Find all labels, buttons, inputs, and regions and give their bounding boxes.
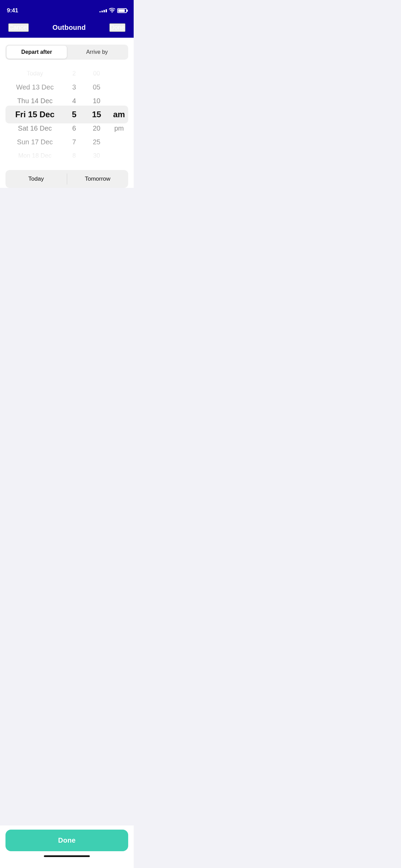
picker-hour-item: 8 — [63, 149, 85, 162]
nav-bar: Cancel Outbound Done — [0, 17, 134, 38]
picker-hour-item: 3 — [63, 80, 85, 94]
picker-minute-selected: 15 — [85, 108, 108, 121]
page-title: Outbound — [52, 24, 86, 32]
wifi-icon — [109, 8, 115, 14]
picker-hour-item: 6 — [63, 121, 85, 135]
battery-icon — [117, 8, 127, 13]
picker-date-item: Sat 16 Dec — [7, 121, 63, 135]
picker-date-item: Thu 14 Dec — [7, 94, 63, 108]
status-bar: 9:41 — [0, 0, 134, 17]
picker-date-item: Wed 13 Dec — [7, 80, 63, 94]
picker-date-item: Mon 18 Dec — [7, 149, 63, 162]
picker-columns: Today Wed 13 Dec Thu 14 Dec Fri 15 Dec S… — [0, 67, 134, 162]
main-content: Depart after Arrive by Today Wed 13 Dec … — [0, 38, 134, 188]
picker-date-item: Today — [7, 67, 63, 80]
segment-control: Depart after Arrive by — [5, 45, 128, 60]
nav-done-button[interactable]: Done — [109, 23, 125, 32]
picker-minute-item: 05 — [85, 80, 108, 94]
depart-after-tab[interactable]: Depart after — [7, 46, 67, 59]
picker-date-item: Sun 17 Dec — [7, 135, 63, 149]
picker-minute-item: 20 — [85, 121, 108, 135]
cancel-button[interactable]: Cancel — [8, 23, 29, 32]
picker-hour-item: 2 — [63, 67, 85, 80]
picker-minute-item: 25 — [85, 135, 108, 149]
signal-icon — [99, 9, 107, 12]
picker-ampm-selected: am — [108, 108, 130, 121]
tomorrow-button[interactable]: Tomorrow — [67, 170, 129, 188]
picker-hour-item: 7 — [63, 135, 85, 149]
status-time: 9:41 — [7, 7, 18, 14]
picker-ampm-item: pm — [108, 121, 130, 135]
picker-date-selected: Fri 15 Dec — [7, 108, 63, 121]
today-button[interactable]: Today — [5, 170, 67, 188]
hour-column[interactable]: 2 3 4 5 6 7 8 — [63, 67, 85, 162]
picker-hour-item: 4 — [63, 94, 85, 108]
picker-hour-selected: 5 — [63, 108, 85, 121]
arrive-by-tab[interactable]: Arrive by — [67, 46, 127, 59]
minute-column[interactable]: 00 05 10 15 20 25 30 — [85, 67, 108, 162]
picker-minute-item: 10 — [85, 94, 108, 108]
quick-select: Today Tomorrow — [5, 170, 128, 188]
picker-minute-item: 00 — [85, 67, 108, 80]
picker-container: Today Wed 13 Dec Thu 14 Dec Fri 15 Dec S… — [0, 63, 134, 166]
date-column[interactable]: Today Wed 13 Dec Thu 14 Dec Fri 15 Dec S… — [0, 67, 63, 162]
segment-wrapper: Depart after Arrive by — [0, 38, 134, 63]
picker-minute-item: 30 — [85, 149, 108, 162]
ampm-column[interactable]: am pm — [108, 67, 134, 162]
status-icons — [99, 8, 127, 14]
